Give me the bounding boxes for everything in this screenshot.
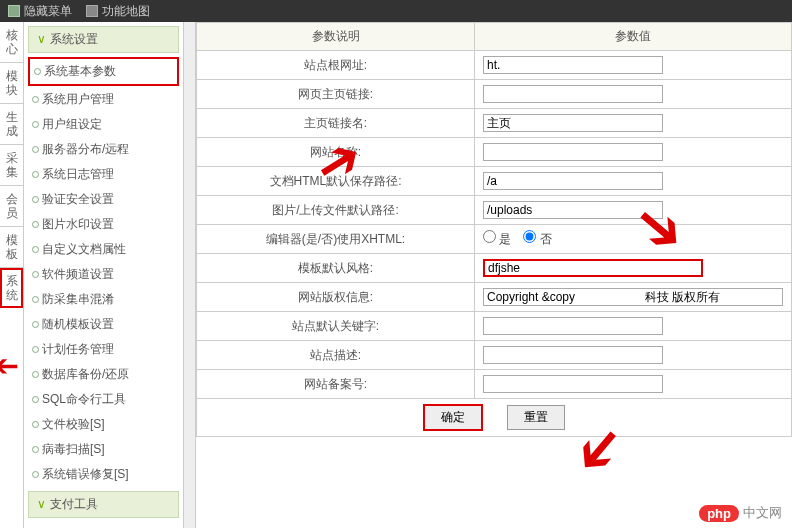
table-row: 网站名称: [197,138,792,167]
hide-menu-icon [8,5,20,17]
param-label: 网站名称: [197,138,475,167]
vertical-tabs: 核心 模块 生成 采集 会员 模板 系统 [0,22,24,528]
hide-menu-label: 隐藏菜单 [24,3,72,20]
vtab-template[interactable]: 模板 [0,227,23,268]
param-input[interactable] [483,172,663,190]
param-value-cell [475,370,792,399]
sidebar-item-sql[interactable]: SQL命令行工具 [28,387,179,412]
logo-badge: php [699,505,739,522]
param-value-cell [475,167,792,196]
param-value-cell [475,283,792,312]
param-value-cell [475,80,792,109]
param-input[interactable] [483,143,663,161]
param-input[interactable] [483,288,783,306]
param-table: 参数说明 参数值 站点根网址:网页主页链接:主页链接名:网站名称:文档HTML默… [196,22,792,437]
confirm-button[interactable]: 确定 [423,404,483,431]
param-label: 主页链接名: [197,109,475,138]
table-row: 编辑器(是/否)使用XHTML: 是 否 [197,225,792,254]
sidebar-item-usergroup[interactable]: 用户组设定 [28,112,179,137]
sidebar-item-repair[interactable]: 系统错误修复[S] [28,462,179,487]
logo-text: 中文网 [743,504,782,522]
reset-button[interactable]: 重置 [507,405,565,430]
param-label: 站点描述: [197,341,475,370]
param-label: 站点默认关键字: [197,312,475,341]
param-value-cell: 是 否 [475,225,792,254]
sidebar-group-title: 系统设置 [50,32,98,46]
table-row: 网站备案号: [197,370,792,399]
sidebar-item-watermark[interactable]: 图片水印设置 [28,212,179,237]
param-input[interactable] [483,317,663,335]
param-input[interactable] [483,346,663,364]
sidebar: ∨系统设置 系统基本参数 系统用户管理 用户组设定 服务器分布/远程 系统日志管… [24,22,184,528]
sidebar-item-filecheck[interactable]: 文件校验[S] [28,412,179,437]
param-input[interactable] [483,114,663,132]
sidebar-item-virus[interactable]: 病毒扫描[S] [28,437,179,462]
param-input[interactable] [483,375,663,393]
vtab-core[interactable]: 核心 [0,22,23,63]
table-row: 站点默认关键字: [197,312,792,341]
watermark-logo: php 中文网 [699,504,782,522]
param-label: 站点根网址: [197,51,475,80]
sidebar-list-system: 系统基本参数 系统用户管理 用户组设定 服务器分布/远程 系统日志管理 验证安全… [28,57,179,487]
table-row: 主页链接名: [197,109,792,138]
top-bar: 隐藏菜单 功能地图 [0,0,792,22]
param-value-cell [475,51,792,80]
param-label: 文档HTML默认保存路径: [197,167,475,196]
radio-no[interactable]: 否 [523,230,551,248]
chevron-down-icon: ∨ [37,32,46,46]
param-value-cell [475,341,792,370]
vtab-member[interactable]: 会员 [0,186,23,227]
param-label: 网站备案号: [197,370,475,399]
sitemap-label: 功能地图 [102,3,150,20]
th-param-desc: 参数说明 [197,23,475,51]
param-label: 图片/上传文件默认路径: [197,196,475,225]
sidebar-group-title: 支付工具 [50,497,98,511]
vtab-collect[interactable]: 采集 [0,145,23,186]
sidebar-item-random-tpl[interactable]: 随机模板设置 [28,312,179,337]
sidebar-item-docattr[interactable]: 自定义文档属性 [28,237,179,262]
param-value-cell [475,138,792,167]
vtab-generate[interactable]: 生成 [0,104,23,145]
param-label: 网页主页链接: [197,80,475,109]
sidebar-item-user-mgmt[interactable]: 系统用户管理 [28,87,179,112]
sidebar-group-pay[interactable]: ∨支付工具 [28,491,179,518]
sidebar-item-anticrawl[interactable]: 防采集串混淆 [28,287,179,312]
table-row: 模板默认风格: [197,254,792,283]
hide-menu-button[interactable]: 隐藏菜单 [8,3,72,20]
sidebar-item-security[interactable]: 验证安全设置 [28,187,179,212]
radio-yes[interactable]: 是 [483,230,511,248]
sidebar-list-pay: 点卡产品分类 点卡产品管理 会员产品分类 会员消费记录 [28,522,179,528]
param-input[interactable] [483,85,663,103]
table-row: 网站版权信息: [197,283,792,312]
table-row: 文档HTML默认保存路径: [197,167,792,196]
vtab-module[interactable]: 模块 [0,63,23,104]
content-panel: ➔ ➔ ➔ 参数说明 参数值 站点根网址:网页主页链接:主页链接名:网站名称:文… [196,22,792,528]
param-value-cell [475,312,792,341]
param-label: 网站版权信息: [197,283,475,312]
table-row: 图片/上传文件默认路径: [197,196,792,225]
sidebar-item-basic-params[interactable]: 系统基本参数 [28,57,179,86]
param-input[interactable] [483,201,663,219]
param-input[interactable] [483,56,663,74]
vtab-system[interactable]: 系统 [0,268,23,308]
sidebar-item-server[interactable]: 服务器分布/远程 [28,137,179,162]
param-value-cell [475,254,792,283]
sidebar-resizer[interactable] [184,22,196,528]
sitemap-button[interactable]: 功能地图 [86,3,150,20]
th-param-value: 参数值 [475,23,792,51]
param-value-cell [475,196,792,225]
param-label: 模板默认风格: [197,254,475,283]
sidebar-item-software[interactable]: 软件频道设置 [28,262,179,287]
main-area: ➔ 核心 模块 生成 采集 会员 模板 系统 ∨系统设置 系统基本参数 系统用户… [0,22,792,528]
param-input[interactable] [483,259,703,277]
sitemap-icon [86,5,98,17]
param-label: 编辑器(是/否)使用XHTML: [197,225,475,254]
param-value-cell [475,109,792,138]
sidebar-group-system[interactable]: ∨系统设置 [28,26,179,53]
sidebar-item-card-cat[interactable]: 点卡产品分类 [28,522,179,528]
sidebar-item-cron[interactable]: 计划任务管理 [28,337,179,362]
table-row: 站点根网址: [197,51,792,80]
sidebar-item-syslog[interactable]: 系统日志管理 [28,162,179,187]
sidebar-item-db-backup[interactable]: 数据库备份/还原 [28,362,179,387]
chevron-down-icon: ∨ [37,497,46,511]
